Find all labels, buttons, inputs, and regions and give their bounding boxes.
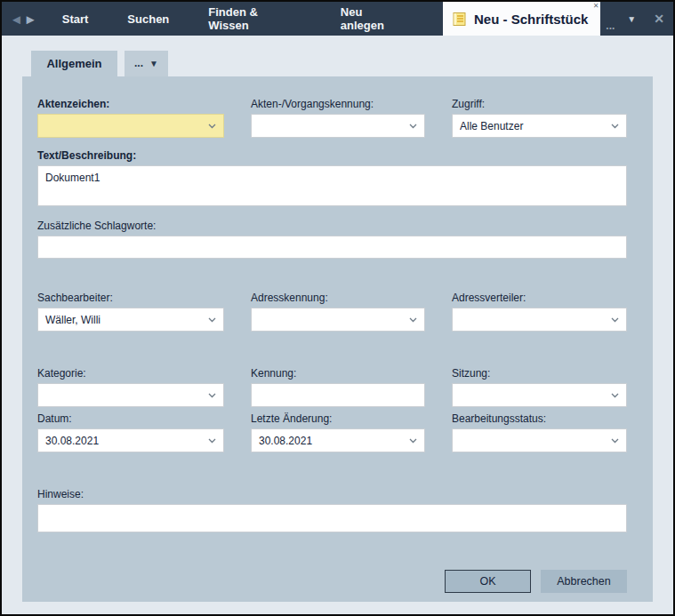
chevron-down-icon	[208, 393, 216, 398]
field-bearbeitungsstatus: Bearbeitungsstatus:	[452, 412, 627, 452]
tab-allgemein[interactable]: Allgemein	[31, 51, 117, 76]
field-sachbearbeiter: Sachbearbeiter: Wäller, Willi	[37, 292, 224, 332]
field-datum: Datum: 30.08.2021	[37, 412, 224, 452]
schlagworte-input[interactable]	[37, 236, 627, 259]
akten-vorgangskennung-label: Akten-/Vorgangskennung:	[251, 98, 425, 110]
sachbearbeiter-label: Sachbearbeiter:	[37, 292, 224, 304]
field-letzte-aenderung: Letzte Änderung: 30.08.2021	[251, 412, 425, 452]
ok-button[interactable]: OK	[445, 570, 531, 593]
hinweise-label: Hinweise:	[37, 488, 627, 500]
akten-vorgangskennung-combobox[interactable]	[251, 114, 425, 138]
cancel-button[interactable]: Abbrechen	[541, 570, 627, 593]
zugriff-value: Alle Benutzer	[460, 120, 606, 132]
active-document-tab[interactable]: Neu - Schriftstück ✕	[443, 2, 600, 36]
chevron-down-icon	[611, 438, 619, 444]
aktenzeichen-label: Aktenzeichen:	[37, 98, 224, 110]
chevron-down-icon: ▼	[149, 59, 158, 68]
menu-item-start[interactable]: Start	[43, 2, 108, 36]
menu-item-suchen[interactable]: Suchen	[108, 2, 189, 36]
hinweise-input[interactable]	[37, 504, 627, 532]
datum-value: 30.08.2021	[45, 435, 203, 447]
active-tab-title: Neu - Schriftstück	[474, 12, 588, 27]
field-text-beschreibung: Text/Beschreibung: Dokument1	[37, 149, 627, 206]
chevron-down-icon	[208, 124, 216, 129]
forward-arrow-icon[interactable]: ►	[24, 12, 37, 26]
datum-combobox[interactable]: 30.08.2021	[37, 428, 224, 452]
letzte-aenderung-value: 30.08.2021	[259, 435, 404, 447]
bearbeitungsstatus-combobox[interactable]	[452, 428, 627, 452]
dialog-buttons: OK Abbrechen	[37, 570, 627, 593]
kennung-label: Kennung:	[251, 367, 425, 380]
text-beschreibung-input[interactable]: Dokument1	[37, 165, 627, 206]
adressverteiler-label: Adressverteiler:	[452, 292, 627, 304]
chevron-down-icon	[208, 317, 216, 323]
field-hinweise: Hinweise:	[37, 488, 627, 532]
field-adressverteiler: Adressverteiler:	[452, 292, 627, 332]
field-aktenzeichen: Aktenzeichen:	[37, 98, 224, 138]
tab-overflow-dots[interactable]: ...	[600, 20, 618, 36]
bearbeitungsstatus-label: Bearbeitungsstatus:	[452, 412, 627, 425]
schlagworte-label: Zusätzliche Schlagworte:	[37, 220, 627, 232]
field-akten-vorgangskennung: Akten-/Vorgangskennung:	[251, 98, 425, 138]
zugriff-combobox[interactable]: Alle Benutzer	[452, 114, 627, 138]
chevron-down-icon	[208, 438, 216, 444]
ribbon-bar: ◄ ► Start Suchen Finden & Wissen Neu anl…	[2, 2, 673, 36]
chevron-down-icon	[409, 124, 417, 129]
tab-close-icon[interactable]: ✕	[593, 3, 599, 10]
tab-overflow[interactable]: ... ▼	[125, 51, 168, 76]
text-beschreibung-label: Text/Beschreibung:	[37, 149, 627, 162]
field-schlagworte: Zusätzliche Schlagworte:	[37, 220, 627, 259]
letzte-aenderung-label: Letzte Änderung:	[251, 412, 425, 425]
chevron-down-icon	[409, 438, 417, 444]
field-zugriff: Zugriff: Alle Benutzer	[452, 98, 627, 138]
sachbearbeiter-combobox[interactable]: Wäller, Willi	[37, 308, 224, 332]
form-tab-row: Allgemein ... ▼	[2, 36, 673, 76]
field-sitzung: Sitzung:	[452, 367, 627, 407]
chevron-down-icon	[611, 393, 619, 398]
kategorie-label: Kategorie:	[37, 367, 224, 380]
sachbearbeiter-value: Wäller, Willi	[45, 314, 203, 326]
zugriff-label: Zugriff:	[452, 98, 627, 110]
chevron-down-icon	[409, 317, 417, 323]
adresskennung-combobox[interactable]	[251, 308, 425, 332]
field-adresskennung: Adresskennung:	[251, 292, 425, 332]
adressverteiler-combobox[interactable]	[452, 308, 627, 332]
letzte-aenderung-combobox[interactable]: 30.08.2021	[251, 428, 425, 452]
datum-label: Datum:	[37, 412, 224, 425]
kategorie-combobox[interactable]	[37, 383, 224, 407]
back-arrow-icon[interactable]: ◄	[10, 12, 23, 26]
chevron-down-icon	[611, 317, 619, 323]
field-kategorie: Kategorie:	[37, 367, 224, 407]
allgemein-panel: Aktenzeichen: Akten-/Vorgangskennung: Zu…	[22, 76, 653, 602]
menu-item-finden-wissen[interactable]: Finden & Wissen	[189, 2, 320, 36]
chevron-down-icon	[611, 124, 619, 129]
sitzung-label: Sitzung:	[452, 367, 627, 380]
close-document-icon[interactable]: ✕	[645, 2, 673, 36]
app-window: ◄ ► Start Suchen Finden & Wissen Neu anl…	[0, 0, 675, 616]
menu-item-neu-anlegen[interactable]: Neu anlegen	[321, 2, 429, 36]
sitzung-combobox[interactable]	[452, 383, 627, 407]
tab-list-dropdown-icon[interactable]: ▼	[618, 2, 645, 36]
kennung-input[interactable]	[251, 383, 425, 407]
aktenzeichen-combobox[interactable]	[37, 114, 224, 138]
adresskennung-label: Adresskennung:	[251, 292, 425, 304]
field-kennung: Kennung:	[251, 367, 425, 407]
nav-arrows: ◄ ►	[2, 2, 43, 36]
tab-overflow-dots: ...	[134, 61, 143, 66]
document-icon	[452, 12, 467, 27]
